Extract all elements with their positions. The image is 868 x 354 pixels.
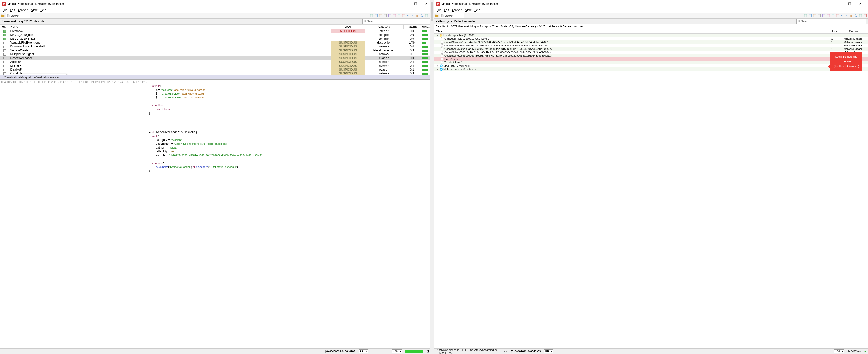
tree-row[interactable]: Trickbot\dump21MalwareBazaar xyxy=(434,61,868,64)
tb-icon-6[interactable] xyxy=(392,13,397,18)
tb-icon-r11[interactable]: B xyxy=(849,13,854,18)
sb-arch-r[interactable]: x86 xyxy=(834,349,844,353)
open-folder-icon[interactable] xyxy=(1,13,5,18)
col-patterns[interactable]: Patterns xyxy=(404,25,421,29)
tb-icon-5[interactable] xyxy=(388,13,392,18)
tb-icon-r4[interactable] xyxy=(817,13,822,18)
svg-text:Y: Y xyxy=(841,14,843,17)
tb-icon-r8[interactable] xyxy=(835,13,840,18)
col-hit[interactable]: Hit xyxy=(0,25,9,29)
tb-icon-r5[interactable] xyxy=(822,13,826,18)
tb-icon-12[interactable] xyxy=(420,13,424,18)
tb-icon-10[interactable]: A xyxy=(411,13,415,18)
tree-row[interactable]: ▾📁Local corpus hits (8/16072) xyxy=(434,34,868,37)
col-name[interactable]: Name xyxy=(9,25,331,29)
tb-icon-2[interactable] xyxy=(374,13,378,18)
code-toolbar: C:\malcat\data\signatures\malcat\lateral… xyxy=(0,75,434,80)
sb-format-r[interactable]: PE xyxy=(544,349,554,353)
tree-row[interactable]: CobaltStrike\2c19ccd47efa7f9d935f9a0bd45… xyxy=(434,40,868,44)
tb-icon-r13[interactable] xyxy=(858,13,863,18)
col-category[interactable]: Category xyxy=(365,25,404,29)
close-button[interactable]: ✕ xyxy=(855,0,866,7)
tree-row[interactable]: ▾🌐MalwareBazaar (0 matches) xyxy=(434,67,868,71)
rule-row[interactable]: Formbook MALICIOUS stealer 0/0 xyxy=(0,29,434,33)
menu-help[interactable]: Help xyxy=(473,8,482,12)
svg-rect-5 xyxy=(389,14,391,17)
app-icon xyxy=(436,2,440,6)
file-tab-r[interactable]: stacker xyxy=(440,13,464,18)
tb-icon-r10[interactable]: A xyxy=(845,13,849,18)
sb-rect-icon[interactable]: ▭ xyxy=(318,350,322,353)
rule-row[interactable]: MiningPr SUSPICIOUS network 0/4 xyxy=(0,64,434,68)
tb-icon-3[interactable] xyxy=(378,13,383,18)
tb-icon-r14[interactable] xyxy=(863,13,867,18)
tb-icon-1[interactable] xyxy=(369,13,374,18)
menu-help[interactable]: Help xyxy=(39,8,48,12)
open-folder-icon[interactable] xyxy=(435,13,439,18)
rule-row[interactable]: MSVC_2010_rich compiler 0/0 xyxy=(0,33,434,37)
file-tab[interactable]: stacker xyxy=(6,13,30,18)
tree-row[interactable]: CobaltStrike\111316981536504597591Malwar… xyxy=(434,37,868,40)
rule-row[interactable]: DownloadUsingPowershell SUSPICIOUS netwo… xyxy=(0,44,434,48)
sb-arch[interactable]: x86 xyxy=(392,349,402,353)
col-hits[interactable]: # Hits xyxy=(827,29,840,34)
tb-icon-4[interactable] xyxy=(383,13,388,18)
code-scrollbar[interactable] xyxy=(430,80,434,349)
maximize-button[interactable]: ☐ xyxy=(844,0,855,7)
search-box[interactable] xyxy=(362,19,432,24)
menu-edit[interactable]: Edit xyxy=(9,8,17,12)
sb-format[interactable]: PE xyxy=(359,349,368,353)
col-corpus[interactable]: Corpus xyxy=(840,29,868,34)
search-input-r[interactable] xyxy=(801,20,865,23)
rule-row[interactable]: DisableF SUSPICIOUS evasion 0/2 xyxy=(0,68,434,72)
menu-analysis[interactable]: Analysis xyxy=(17,8,30,12)
tb-icon-13[interactable] xyxy=(424,13,429,18)
tree-row[interactable]: CobaltStrike\909aa1ae47e9c39632cf1dea60a… xyxy=(434,47,868,50)
search-input[interactable] xyxy=(367,20,431,23)
minimize-button[interactable]: — xyxy=(399,0,410,7)
maximize-button[interactable]: ☐ xyxy=(410,0,421,7)
tb-icon-r3[interactable] xyxy=(812,13,817,18)
tree-row[interactable]: CobaltStrike\b9d60d0eeb35eab57f68d460731… xyxy=(434,54,868,57)
menu-file[interactable]: File xyxy=(435,8,443,12)
rule-row[interactable]: AccessN SUSPICIOUS network 0/4 xyxy=(0,60,434,64)
menu-view[interactable]: View xyxy=(464,8,473,12)
menu-edit[interactable]: Edit xyxy=(443,8,451,12)
tb-icon-8[interactable] xyxy=(401,13,406,18)
tree-row[interactable]: CobaltStrike\86e97ff5d94894ea8c74903e2e9… xyxy=(434,44,868,47)
tb-icon-r1[interactable] xyxy=(803,13,808,18)
search-box-r[interactable] xyxy=(796,19,866,24)
tb-icon-r9[interactable]: Y xyxy=(840,13,844,18)
col-level[interactable]: Level xyxy=(331,25,365,29)
titlebar[interactable]: Malcat Professional - D:\malware\pb\stac… xyxy=(0,0,434,7)
minimize-button[interactable]: — xyxy=(833,0,844,7)
svg-text:Y: Y xyxy=(407,14,409,17)
svg-rect-28 xyxy=(809,14,811,17)
svg-rect-40 xyxy=(864,14,867,17)
rule-row[interactable]: ServiceCreate SUSPICIOUS lateral movemen… xyxy=(0,48,434,52)
sb-msg: Analysis finished in 145457 ms with 275 … xyxy=(436,349,501,354)
tb-icon-9[interactable]: Y xyxy=(406,13,410,18)
tree-row[interactable]: Petya\dump51MalwareBazaar xyxy=(434,57,868,61)
rule-row[interactable]: ReflectiveLoader SUSPICIOUS evasion 0/0 xyxy=(0,56,434,60)
menu-file[interactable]: File xyxy=(1,8,9,12)
ctx-title: ReflectiveLoader xyxy=(19,74,66,75)
rule-row[interactable]: MSVC_2010_linker compiler 0/0 xyxy=(0,37,434,41)
sb-rect-icon[interactable]: ▭ xyxy=(503,350,507,353)
tb-icon-r7[interactable] xyxy=(831,13,835,18)
tb-icon-11[interactable]: B xyxy=(415,13,420,18)
code-editor[interactable]: 104 105 106 107 108 109 110 111 112 113 … xyxy=(0,80,434,349)
tb-icon-7[interactable] xyxy=(397,13,401,18)
tree-row[interactable]: ▾🌐VirusTotal (0 matches) xyxy=(434,64,868,67)
tb-icon-r6[interactable] xyxy=(826,13,831,18)
tb-icon-r12[interactable] xyxy=(854,13,858,18)
rule-row[interactable]: ValuableFileExtensions SUSPICIOUS destru… xyxy=(0,41,434,44)
rule-row[interactable]: MultipleUserAgent SUSPICIOUS network 0/1 xyxy=(0,52,434,56)
menu-analysis[interactable]: Analysis xyxy=(451,8,464,12)
tree-row[interactable]: CobaltStrike\9785c1e10e7d8cd40c1be27ed77… xyxy=(434,50,868,54)
svg-point-38 xyxy=(855,14,857,16)
menu-view[interactable]: View xyxy=(30,8,39,12)
col-object[interactable]: Object xyxy=(434,29,827,34)
tb-icon-r2[interactable] xyxy=(808,13,812,18)
titlebar-r[interactable]: Malcat Professional - D:\malware\pb\stac… xyxy=(434,0,868,7)
